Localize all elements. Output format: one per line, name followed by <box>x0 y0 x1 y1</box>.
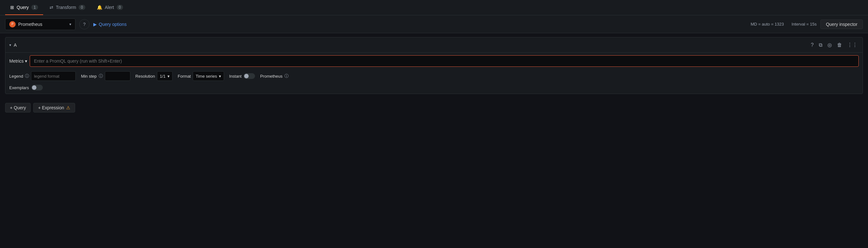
query-delete-icon[interactable]: 🗑 <box>836 41 843 49</box>
query-options-label: Query options <box>99 22 127 27</box>
min-step-info-icon[interactable]: ⓘ <box>99 73 103 79</box>
query-options-arrow-icon: ▶ <box>93 22 97 27</box>
info-icon: ? <box>83 22 86 27</box>
query-options-toggle[interactable]: ▶ Query options <box>93 22 127 27</box>
exemplars-row: Exemplars <box>5 83 863 94</box>
format-select[interactable]: Time series ▾ <box>193 71 224 81</box>
query-help-icon[interactable]: ? <box>809 41 815 49</box>
options-row: Legend ⓘ Min step ⓘ Resolution 1/1 ▾ For… <box>5 69 863 83</box>
expression-warning-icon: ⚠ <box>66 105 70 110</box>
datasource-chevron-icon: ▾ <box>69 22 71 27</box>
query-section-a: ▾ A ? ⧉ ◎ 🗑 ⋮⋮ Metrics ▾ Legend ⓘ Min st… <box>5 37 863 94</box>
exemplars-label: Exemplars <box>9 85 29 90</box>
datasource-logo: P <box>9 21 16 28</box>
transform-tab-label: Transform <box>56 5 76 10</box>
legend-info-icon[interactable]: ⓘ <box>25 73 29 79</box>
instant-toggle[interactable] <box>244 73 255 79</box>
resolution-select[interactable]: 1/1 ▾ <box>157 71 173 81</box>
metrics-chevron-icon: ▾ <box>25 59 27 64</box>
transform-tab-icon: ⇄ <box>50 5 53 10</box>
legend-label: Legend <box>9 74 23 79</box>
query-actions: ? ⧉ ◎ 🗑 ⋮⋮ <box>809 40 859 49</box>
instant-group: Instant <box>229 73 255 79</box>
alert-tab-badge: 0 <box>117 5 123 10</box>
resolution-label: Resolution <box>135 74 155 79</box>
format-chevron-icon: ▾ <box>219 74 221 79</box>
tab-bar: ⊞ Query 1 ⇄ Transform 0 🔔 Alert 0 <box>0 0 868 16</box>
collapse-query-button[interactable]: ▾ <box>9 43 11 47</box>
query-id-label: A <box>14 42 17 48</box>
metrics-label-text: Metrics <box>9 59 24 64</box>
query-inspector-label: Query inspector <box>826 22 858 27</box>
datasource-bar: P Prometheus ▾ ? ▶ Query options MD = au… <box>0 16 868 33</box>
datasource-selector[interactable]: P Prometheus ▾ <box>5 19 75 30</box>
alert-tab-icon: 🔔 <box>97 5 102 10</box>
query-header: ▾ A ? ⧉ ◎ 🗑 ⋮⋮ <box>5 37 863 53</box>
md-label: MD = auto = 1323 <box>751 22 784 27</box>
min-step-input[interactable] <box>105 71 130 81</box>
query-copy-icon[interactable]: ⧉ <box>817 41 824 49</box>
resolution-group: Resolution 1/1 ▾ <box>135 71 173 81</box>
legend-group: Legend ⓘ <box>9 71 76 81</box>
resolution-value: 1/1 <box>160 74 165 79</box>
prometheus-info-icon[interactable]: ⓘ <box>284 73 288 79</box>
min-step-group: Min step ⓘ <box>81 71 130 81</box>
query-inspector-button[interactable]: Query inspector <box>820 20 863 29</box>
query-tab-icon: ⊞ <box>10 5 14 10</box>
add-expression-label: + Expression <box>38 105 64 110</box>
metrics-row: Metrics ▾ <box>5 53 863 69</box>
add-query-label: + Query <box>10 105 26 110</box>
query-more-icon[interactable]: ⋮⋮ <box>846 40 859 49</box>
datasource-info-button[interactable]: ? <box>79 19 90 29</box>
format-value: Time series <box>195 74 217 79</box>
format-label: Format <box>178 74 191 79</box>
tab-alert[interactable]: 🔔 Alert 0 <box>92 0 128 15</box>
promql-input[interactable] <box>30 55 859 67</box>
resolution-chevron-icon: ▾ <box>167 74 170 79</box>
legend-input[interactable] <box>31 71 76 81</box>
query-tab-badge: 1 <box>31 5 38 10</box>
md-interval-info: MD = auto = 1323 Interval = 15s <box>751 22 816 27</box>
min-step-label: Min step <box>81 74 96 79</box>
format-group: Format Time series ▾ <box>178 71 224 81</box>
datasource-name: Prometheus <box>18 22 67 27</box>
alert-tab-label: Alert <box>105 5 114 10</box>
add-expression-button[interactable]: + Expression ⚠ <box>33 103 75 113</box>
add-query-button[interactable]: + Query <box>5 103 31 113</box>
query-visibility-icon[interactable]: ◎ <box>826 40 833 49</box>
tab-query[interactable]: ⊞ Query 1 <box>5 0 43 15</box>
prometheus-label-group: Prometheus ⓘ <box>260 73 288 79</box>
tab-transform[interactable]: ⇄ Transform 0 <box>44 0 90 15</box>
instant-label: Instant <box>229 74 242 79</box>
exemplars-toggle[interactable] <box>31 85 43 90</box>
add-bar: + Query + Expression ⚠ <box>0 98 868 118</box>
transform-tab-badge: 0 <box>79 5 85 10</box>
prometheus-label-text: Prometheus <box>260 74 282 79</box>
interval-label: Interval = 15s <box>792 22 816 27</box>
metrics-selector[interactable]: Metrics ▾ <box>9 59 27 64</box>
query-tab-label: Query <box>17 5 29 10</box>
